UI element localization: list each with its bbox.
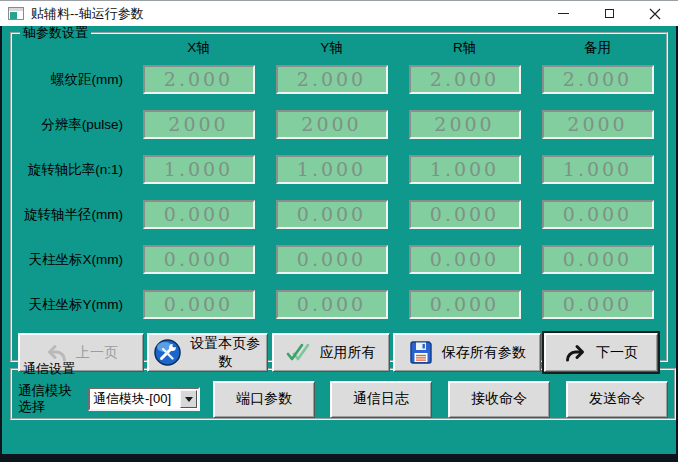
next-page-label: 下一页 [596,344,638,362]
apply-all-label: 应用所有 [320,344,376,362]
field-screw-pitch-r[interactable]: 2.000 [409,65,521,94]
set-page-params-button[interactable]: 设置本页参数 [147,333,268,372]
app-icon-titlebar [9,8,23,11]
comm-log-button[interactable]: 通信日志 [330,381,432,418]
chevron-down-icon [185,397,193,402]
maximize-button[interactable] [586,1,632,26]
tools-icon [154,339,181,366]
window-bottom-edge [0,454,678,462]
window-title: 贴辅料--轴运行参数 [31,5,144,23]
field-screw-pitch-x[interactable]: 2.000 [143,65,255,94]
field-resolution-spare[interactable]: 2000 [542,110,654,139]
field-resolution-r[interactable]: 2000 [409,110,521,139]
close-icon [649,8,661,20]
field-resolution-y[interactable]: 2000 [276,110,388,139]
window-body: 轴参数设置 X轴 Y轴 R轴 备用 螺纹距(mm) 2.000 2.000 2.… [2,26,676,454]
prev-page-label: 上一页 [76,344,118,362]
column-header-y-axis: Y轴 [265,39,398,57]
close-button[interactable] [632,1,678,26]
axis-params-panel: 轴参数设置 X轴 Y轴 R轴 备用 螺纹距(mm) 2.000 2.000 2.… [10,26,668,362]
field-pillar-y-x[interactable]: 0.000 [143,290,255,319]
save-all-params-button[interactable]: 保存所有参数 [393,333,541,372]
field-rotation-radius-r[interactable]: 0.000 [409,200,521,229]
field-pillar-x-y[interactable]: 0.000 [276,245,388,274]
save-all-params-label: 保存所有参数 [442,344,526,362]
field-rotation-ratio-x[interactable]: 1.000 [143,155,255,184]
field-rotation-radius-x[interactable]: 0.000 [143,200,255,229]
titlebar: 贴辅料--轴运行参数 [0,0,678,26]
floppy-disk-icon [408,340,434,366]
row-label-screw-pitch: 螺纹距(mm) [51,71,132,89]
axis-panel-legend: 轴参数设置 [20,26,91,39]
apply-all-button[interactable]: 应用所有 [272,333,390,372]
window-controls [540,1,678,26]
row-label-pillar-coord-x: 天柱坐标X(mm) [29,251,133,269]
comm-module-selected-value: 通信模块-[00] [90,390,180,408]
field-pillar-x-r[interactable]: 0.000 [409,245,521,274]
field-resolution-x[interactable]: 2000 [143,110,255,139]
field-screw-pitch-y[interactable]: 2.000 [276,65,388,94]
row-label-rotation-ratio: 旋转轴比率(n:1) [28,161,132,179]
row-label-pillar-coord-y: 天柱坐标Y(mm) [29,296,133,314]
field-pillar-y-y[interactable]: 0.000 [276,290,388,319]
field-rotation-ratio-spare[interactable]: 1.000 [542,155,654,184]
field-pillar-y-spare[interactable]: 0.000 [542,290,654,319]
column-header-spare: 备用 [531,39,664,57]
axis-button-row: 上一页 设置本页参数 [18,333,660,372]
port-params-button[interactable]: 端口参数 [213,381,315,418]
minimize-button[interactable] [540,1,586,26]
comm-row: 通信模块选择 通信模块-[00] 端口参数 通信日志 接收命令 发送命令 [18,379,668,419]
field-pillar-y-r[interactable]: 0.000 [409,290,521,319]
column-header-r-axis: R轴 [398,39,531,57]
receive-command-button[interactable]: 接收命令 [448,381,550,418]
set-page-params-label: 设置本页参数 [189,335,261,371]
dropdown-arrow-button[interactable] [180,390,197,408]
row-label-resolution: 分辨率(pulse) [41,116,132,134]
comm-module-select-label: 通信模块选择 [18,383,76,415]
minimize-icon [558,13,569,14]
field-rotation-ratio-r[interactable]: 1.000 [409,155,521,184]
app-icon-pane [10,12,17,19]
redo-arrow-icon [564,342,588,364]
comm-module-dropdown[interactable]: 通信模块-[00] [88,387,200,411]
field-screw-pitch-spare[interactable]: 2.000 [542,65,654,94]
field-pillar-x-x[interactable]: 0.000 [143,245,255,274]
field-pillar-x-spare[interactable]: 0.000 [542,245,654,274]
send-command-button[interactable]: 发送命令 [566,381,668,418]
field-rotation-radius-y[interactable]: 0.000 [276,200,388,229]
row-label-rotation-radius: 旋转轴半径(mm) [24,206,132,224]
field-rotation-ratio-y[interactable]: 1.000 [276,155,388,184]
screenshot-root: 贴辅料--轴运行参数 轴参数设置 X轴 Y轴 R轴 [0,0,678,462]
app-icon [8,7,24,20]
field-rotation-radius-spare[interactable]: 0.000 [542,200,654,229]
double-check-icon [286,342,312,364]
column-header-x-axis: X轴 [132,39,265,57]
next-page-button[interactable]: 下一页 [544,333,658,372]
comm-panel-legend: 通信设置 [20,362,78,375]
maximize-icon [605,9,614,18]
axis-params-grid: X轴 Y轴 R轴 备用 螺纹距(mm) 2.000 2.000 2.000 2.… [14,39,664,327]
